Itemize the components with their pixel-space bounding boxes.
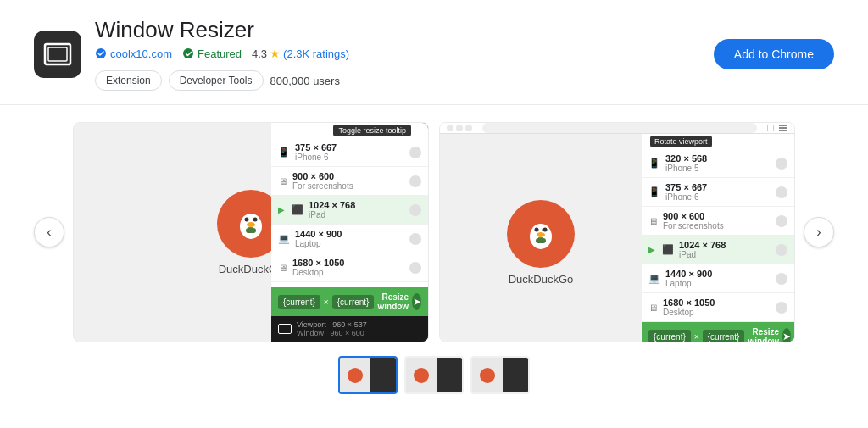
laptop-icon: 💻 bbox=[278, 233, 290, 244]
panel-item-selected[interactable]: ▶ ⬛ 1024 × 768 iPad bbox=[271, 196, 428, 225]
next-arrow[interactable]: › bbox=[804, 217, 834, 247]
svg-point-18 bbox=[537, 232, 545, 237]
svg-rect-1 bbox=[48, 47, 67, 61]
thumb-ddg-1 bbox=[340, 358, 370, 392]
main-content: ‹ bbox=[0, 105, 868, 411]
screenshots-container: DuckDuckGo Toggle resize tooltip 📱 bbox=[64, 122, 804, 342]
selected-arrow: ▶ bbox=[278, 205, 285, 214]
screenshot-area: ‹ bbox=[34, 122, 834, 342]
resize-arrow-2[interactable]: ➤ bbox=[782, 328, 791, 342]
prev-arrow[interactable]: ‹ bbox=[34, 217, 64, 247]
thumbnail-3[interactable] bbox=[470, 356, 530, 394]
rotate-tooltip: Rotate viewport bbox=[650, 136, 712, 147]
ddg-text-2: DuckDuckGo bbox=[509, 273, 574, 286]
panel-item[interactable]: 📱 320 × 568 iPhone 5 bbox=[642, 149, 794, 178]
panel-item[interactable]: 📱 375 × 667 iPhone 6 bbox=[642, 178, 794, 207]
panel-item[interactable]: 🖥 1680 × 1050 Desktop bbox=[642, 293, 794, 322]
thumb-ddg-2 bbox=[406, 358, 437, 392]
panel-item[interactable]: 🖥 900 × 600 For screenshots bbox=[271, 167, 428, 196]
screenshot-2: DuckDuckGo Rotate viewport 📱 bbox=[439, 122, 795, 342]
thumb-ddg-3 bbox=[472, 358, 503, 392]
panel-item[interactable]: 💻 1440 × 900 Laptop bbox=[271, 225, 428, 253]
screenshot-1: DuckDuckGo Toggle resize tooltip 📱 bbox=[73, 122, 429, 342]
featured-icon bbox=[182, 47, 194, 59]
phone-icon: 📱 bbox=[648, 186, 660, 197]
current-btn-1[interactable]: {current} bbox=[278, 295, 320, 309]
phone-icon: 📱 bbox=[278, 147, 290, 158]
thumb-panel-2 bbox=[437, 358, 462, 392]
tag-developer-tools[interactable]: Developer Tools bbox=[169, 70, 264, 91]
item-dot bbox=[409, 175, 421, 187]
panel-viewport: Viewport 960 × 537 Window 960 × 600 bbox=[271, 316, 428, 342]
svg-point-10 bbox=[247, 222, 255, 227]
viewport-info: Viewport 960 × 537 Window 960 × 600 bbox=[297, 320, 367, 337]
current-btn-3[interactable]: {current} bbox=[648, 330, 691, 343]
app-title: Window Resizer bbox=[95, 17, 349, 43]
panel-2: Rotate viewport 📱 320 × 568 iPhone 5 bbox=[642, 134, 794, 342]
item-dot bbox=[776, 158, 787, 170]
panel-item[interactable]: 📱 375 × 667 iPhone 6 bbox=[271, 138, 428, 167]
item-dot bbox=[409, 262, 421, 274]
thumbnail-2[interactable] bbox=[404, 356, 464, 394]
panel-items-1: Toggle resize tooltip 📱 375 × 667 iPhone… bbox=[271, 123, 428, 287]
verified-icon bbox=[95, 47, 107, 59]
thumbnail-1[interactable] bbox=[338, 356, 398, 394]
svg-point-9 bbox=[253, 217, 258, 221]
window-ctrl bbox=[465, 125, 472, 131]
resize-label-2: Resizewindow bbox=[748, 327, 779, 342]
thumb-panel-3 bbox=[503, 358, 528, 392]
panel-items-2: Rotate viewport 📱 320 × 568 iPhone 5 bbox=[642, 134, 794, 322]
panel-footer-1: {current} × {current} Resizewindow ➤ bbox=[271, 287, 428, 316]
svg-point-17 bbox=[543, 227, 548, 231]
address-bar bbox=[482, 123, 757, 133]
resize-arrow[interactable]: ➤ bbox=[412, 293, 421, 310]
window-ctrl bbox=[447, 125, 453, 131]
panel-item[interactable]: 🖥 1680 × 1050 Desktop bbox=[271, 253, 428, 282]
window-controls bbox=[447, 125, 472, 131]
resize-label: Resizewindow bbox=[377, 292, 409, 311]
item-dot bbox=[776, 273, 787, 285]
window-ctrl bbox=[456, 125, 463, 131]
item-dot bbox=[776, 215, 787, 227]
thumb-ddg-circle-3 bbox=[480, 368, 495, 383]
app-title-section: Window Resizer coolx10.com Featured 4.3 … bbox=[95, 17, 349, 91]
current-btn-2[interactable]: {current} bbox=[332, 295, 375, 309]
thumb-ddg-circle bbox=[348, 368, 363, 383]
selected-arrow: ▶ bbox=[648, 245, 655, 254]
item-dot bbox=[409, 204, 421, 216]
header-left: Window Resizer coolx10.com Featured 4.3 … bbox=[34, 17, 349, 91]
panel-1: Toggle resize tooltip 📱 375 × 667 iPhone… bbox=[271, 123, 428, 342]
viewport-label: Viewport 960 × 537 bbox=[297, 320, 367, 329]
ss-1-inner: DuckDuckGo Toggle resize tooltip 📱 bbox=[74, 123, 428, 342]
footer-x-2: × bbox=[694, 332, 699, 342]
thumb-ddg-circle-2 bbox=[414, 368, 429, 383]
footer-x: × bbox=[324, 297, 329, 307]
bookmark-icon bbox=[767, 125, 774, 131]
desktop-icon: 🖥 bbox=[648, 303, 658, 313]
app-meta: coolx10.com Featured 4.3 ★ (2.3K ratings… bbox=[95, 47, 349, 60]
panel-item-info: 1680 × 1050 Desktop bbox=[292, 258, 404, 277]
svg-point-8 bbox=[245, 217, 249, 221]
tablet-icon: ⬛ bbox=[662, 244, 674, 255]
current-btn-4[interactable]: {current} bbox=[703, 330, 745, 343]
website-link[interactable]: coolx10.com bbox=[95, 47, 172, 60]
tag-extension[interactable]: Extension bbox=[95, 70, 162, 91]
ss-2-inner: DuckDuckGo Rotate viewport 📱 bbox=[440, 123, 794, 342]
toggle-tooltip: Toggle resize tooltip bbox=[333, 125, 411, 136]
thumb-2-inner bbox=[406, 358, 462, 392]
panel-item-selected[interactable]: ▶ ⬛ 1024 × 768 iPad bbox=[642, 236, 794, 264]
desktop-icon: 🖥 bbox=[278, 263, 287, 273]
panel-item[interactable]: 🖥 900 × 600 For screenshots bbox=[642, 207, 794, 236]
browser-bar bbox=[440, 123, 794, 134]
add-to-chrome-button[interactable]: Add to Chrome bbox=[714, 39, 834, 69]
item-dot bbox=[776, 244, 787, 256]
panel-item-info: 900 × 600 For screenshots bbox=[292, 171, 404, 191]
laptop-icon: 💻 bbox=[648, 273, 660, 284]
panel-item-info: 1024 × 768 iPad bbox=[309, 200, 404, 220]
thumb-3-inner bbox=[472, 358, 528, 392]
panel-item[interactable]: 💻 1440 × 900 Laptop bbox=[642, 264, 794, 293]
app-icon bbox=[34, 31, 81, 78]
header: Window Resizer coolx10.com Featured 4.3 … bbox=[0, 0, 868, 105]
window-label: Window 960 × 600 bbox=[297, 329, 367, 337]
browser-mockup: DuckDuckGo Rotate viewport 📱 bbox=[440, 123, 794, 342]
